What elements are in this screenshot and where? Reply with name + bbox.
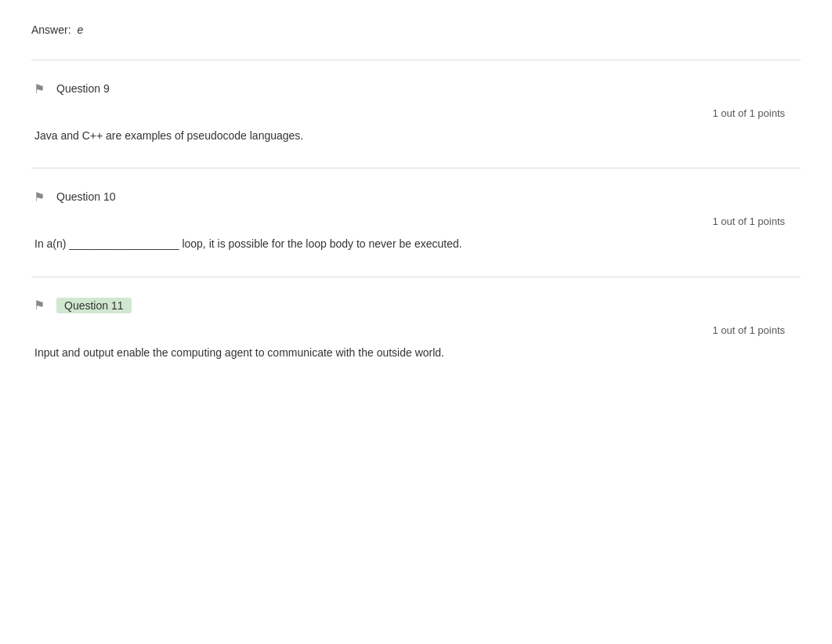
question-block-11: ⚑ Question 11 1 out of 1 points Input an… <box>31 293 801 361</box>
question-11-text: Input and output enable the computing ag… <box>31 344 801 361</box>
divider-9-10 <box>31 168 801 168</box>
question-9-points-text: 1 out of 1 points <box>712 107 785 119</box>
page-container: Answer: e ⚑ Question 9 1 out of 1 points… <box>0 0 832 644</box>
answer-label: Answer: <box>31 24 71 36</box>
question-block-10: ⚑ Question 10 1 out of 1 points In a(n) … <box>31 184 801 252</box>
question-10-points: 1 out of 1 points <box>31 215 801 227</box>
question-10-points-text: 1 out of 1 points <box>712 215 785 227</box>
question-10-flag[interactable]: ⚑ <box>31 189 47 204</box>
question-9-label: Question 9 <box>56 82 110 95</box>
question-block-9: ⚑ Question 9 1 out of 1 points Java and … <box>31 76 801 144</box>
question-11-points-text: 1 out of 1 points <box>712 324 785 336</box>
answer-section: Answer: e <box>31 16 801 44</box>
question-9-flag[interactable]: ⚑ <box>31 81 47 96</box>
question-11-label: Question 11 <box>56 298 132 313</box>
question-9-points: 1 out of 1 points <box>31 107 801 119</box>
question-9-header: ⚑ Question 9 <box>31 76 801 101</box>
question-10-header: ⚑ Question 10 <box>31 184 801 209</box>
divider-10-11 <box>31 277 801 277</box>
answer-value: e <box>77 24 83 36</box>
divider-top <box>31 60 801 60</box>
question-11-flag[interactable]: ⚑ <box>31 298 47 313</box>
question-10-label: Question 10 <box>56 190 116 203</box>
flag-icon-9: ⚑ <box>34 81 45 96</box>
question-9-text: Java and C++ are examples of pseudocode … <box>31 127 801 144</box>
question-11-points: 1 out of 1 points <box>31 324 801 336</box>
question-11-header: ⚑ Question 11 <box>31 293 801 318</box>
flag-icon-10: ⚑ <box>34 190 45 204</box>
flag-icon-11: ⚑ <box>34 298 45 313</box>
question-10-text: In a(n) __________________ loop, it is p… <box>31 235 801 252</box>
